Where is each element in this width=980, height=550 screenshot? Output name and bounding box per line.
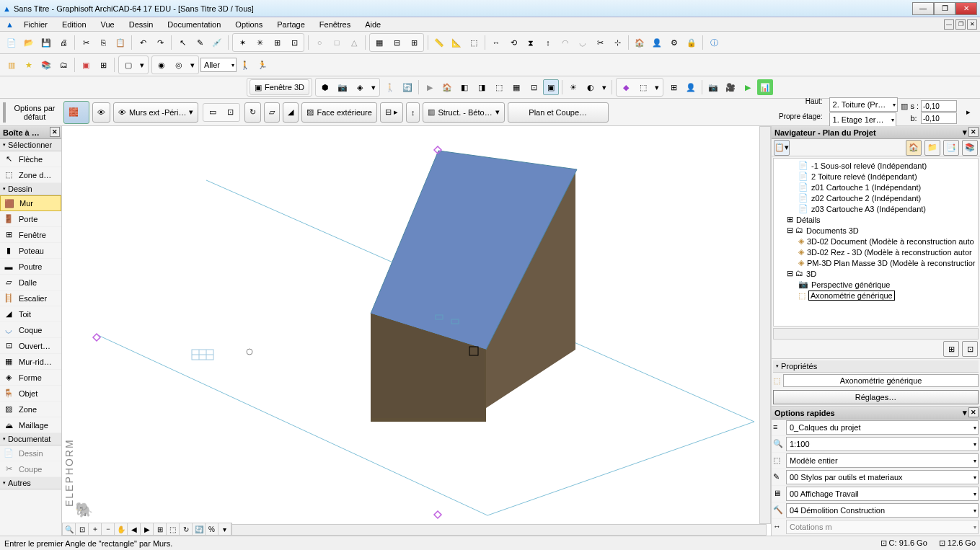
tool-roof[interactable]: ◢Toit: [0, 306, 61, 322]
pick-button[interactable]: ↖: [175, 35, 190, 50]
view-opts1-drop[interactable]: ▾: [138, 57, 146, 73]
eyedropper-button[interactable]: 💉: [209, 35, 225, 50]
shadow-button[interactable]: ◐: [583, 79, 599, 95]
quick-close-button[interactable]: ✕: [968, 407, 979, 417]
render1-button[interactable]: ◆: [618, 79, 634, 95]
profile-button[interactable]: ⊟ ▸: [380, 102, 403, 123]
view2-button[interactable]: ◨: [474, 79, 490, 95]
pan-button[interactable]: ✋: [115, 523, 128, 535]
menu-edition[interactable]: Edition: [55, 19, 94, 30]
geom3-button[interactable]: ↻: [244, 102, 261, 123]
person-view-button[interactable]: 👤: [683, 79, 699, 95]
tool-opening[interactable]: ⊡Ouvert…: [0, 338, 61, 354]
tree-item[interactable]: 📄2 Toiture relevé (Indépendant): [775, 171, 976, 182]
b-input[interactable]: [921, 112, 957, 124]
quick-display-dropdown[interactable]: 00 Affichage Travail: [786, 487, 979, 501]
help-icon[interactable]: ⓘ: [706, 35, 722, 50]
ruler2-button[interactable]: 📐: [449, 35, 464, 50]
nav-action2-button[interactable]: ⊡: [962, 341, 978, 357]
view-opts1-button[interactable]: ▢: [120, 57, 136, 73]
record-button[interactable]: ▶: [740, 79, 756, 95]
copy-button[interactable]: ⎘: [95, 35, 111, 50]
snap4-button[interactable]: ⊡: [286, 35, 302, 50]
tree-item-selected[interactable]: ⬚Axonométrie générique: [775, 290, 976, 301]
tree-item[interactable]: 📄-1 Sous-sol relevé (Indépendant): [775, 160, 976, 171]
tree-h-scrollbar[interactable]: [773, 328, 979, 340]
zoom-fit-button[interactable]: ⊞: [154, 523, 167, 535]
height-top-dropdown[interactable]: 2. Toiture (Pr…: [829, 97, 899, 112]
zoom-extents-button[interactable]: ⊡: [76, 523, 89, 535]
3d-mode2-button[interactable]: 📷: [335, 79, 350, 95]
teamwork3-button[interactable]: ⚙: [666, 35, 682, 50]
arc2-button[interactable]: ◡: [575, 35, 591, 50]
favorites-button[interactable]: ★: [21, 57, 37, 73]
grid1-button[interactable]: ▦: [371, 35, 387, 50]
view5-button[interactable]: ⊡: [526, 79, 542, 95]
section-document[interactable]: Documentat: [0, 433, 61, 445]
open-file-button[interactable]: 📂: [21, 35, 37, 50]
home-view-button[interactable]: 🏠: [439, 79, 455, 95]
tree-item[interactable]: ◈PM-3D Plan Masse 3D (Modèle à reconstru…: [775, 257, 976, 268]
profile-icon[interactable]: ▥: [901, 102, 908, 111]
paste-button[interactable]: 📋: [112, 35, 128, 50]
camera-button[interactable]: 📷: [705, 79, 721, 95]
geom2-button[interactable]: ⊡: [222, 105, 238, 120]
tool-wall[interactable]: 🟫Mur: [0, 195, 61, 211]
close-button[interactable]: ✕: [955, 2, 977, 15]
navigator-close-button[interactable]: ✕: [968, 127, 979, 137]
tree-item[interactable]: ◈3D-02 Document (Modèle à reconstruction…: [775, 236, 976, 247]
wall-tool-preview[interactable]: 🧱: [63, 101, 89, 124]
structure-dropdown[interactable]: ▥ Struct. - Béto… ▾: [423, 102, 504, 123]
vertical-scrollbar[interactable]: [759, 126, 771, 524]
props-header[interactable]: Propriétés: [773, 360, 979, 373]
zoom-window-button[interactable]: 🔍: [63, 523, 76, 535]
measure-button[interactable]: ✎: [192, 35, 208, 50]
quick-menu-button[interactable]: ▾: [963, 408, 967, 417]
menu-fichier[interactable]: Fichier: [17, 19, 55, 30]
go-to-dropdown[interactable]: Aller: [200, 58, 237, 72]
view4-button[interactable]: ▦: [508, 79, 524, 95]
walk2-button[interactable]: 🚶: [382, 79, 398, 95]
quick-reno-dropdown[interactable]: 04 Démolition Construction: [786, 503, 979, 518]
tree-item[interactable]: 📄z01 Cartouche 1 (Indépendant): [775, 182, 976, 192]
tool-column[interactable]: ▮Poteau: [0, 243, 61, 259]
view-opts3-button[interactable]: ◎: [171, 57, 187, 73]
menu-aide[interactable]: Aide: [358, 19, 388, 30]
walk-button[interactable]: 🚶: [237, 57, 253, 73]
tool-zone[interactable]: ▨Zone: [0, 402, 61, 417]
3d-mode1-button[interactable]: ⬢: [317, 79, 333, 95]
geom5-button[interactable]: ◢: [283, 102, 299, 123]
menu-vue[interactable]: Vue: [94, 19, 122, 30]
tool-drawing[interactable]: 📄Dessin: [0, 445, 61, 461]
mdi-close-button[interactable]: ✕: [967, 19, 977, 30]
surface-dropdown[interactable]: ▨ Face extérieure: [301, 102, 376, 123]
ruler-button[interactable]: 📏: [431, 35, 447, 50]
hotlink-button[interactable]: ▣: [78, 57, 94, 73]
nav-tab1-button[interactable]: 🏠: [906, 140, 922, 156]
trim-button[interactable]: ⊹: [609, 35, 625, 50]
layer-dropdown[interactable]: 👁 Murs ext -Péri… ▾: [113, 102, 198, 123]
menu-documentation[interactable]: Documentation: [160, 19, 228, 30]
snap3-button[interactable]: ⊞: [269, 35, 285, 50]
quick-scale-dropdown[interactable]: 1:100: [786, 437, 979, 451]
tool-curtain-wall[interactable]: ▦Mur-rid…: [0, 354, 61, 370]
view6-button[interactable]: ▣: [543, 79, 559, 95]
grid3-button[interactable]: ⊞: [406, 35, 422, 50]
filter2-button[interactable]: □: [329, 35, 345, 50]
save-button[interactable]: 💾: [38, 35, 54, 50]
zoom-all-button[interactable]: ⬚: [167, 523, 180, 535]
tool-arrow[interactable]: ↖Flèche: [0, 151, 61, 167]
quick-dim-dropdown[interactable]: Cotations m: [786, 520, 979, 534]
zoom-in-button[interactable]: ＋: [89, 523, 102, 535]
render2-drop[interactable]: ▾: [653, 79, 661, 95]
tree-item[interactable]: 📷Perspective générique: [775, 279, 976, 290]
cut-button[interactable]: ✂: [78, 35, 94, 50]
zoom-next-button[interactable]: ▶: [141, 523, 154, 535]
tree-item[interactable]: 📄z02 Cartouche 2 (Indépendant): [775, 192, 976, 203]
tool-slab[interactable]: ▱Dalle: [0, 275, 61, 290]
view3-button[interactable]: ⬚: [491, 79, 507, 95]
menu-options[interactable]: Options: [228, 19, 270, 30]
tree-item[interactable]: ◈3D-02 Rez - 3D (Modèle à reconstruction…: [775, 247, 976, 257]
sun-button[interactable]: ☀: [565, 79, 581, 95]
plan-section-button[interactable]: Plan et Coupe…: [508, 102, 609, 123]
